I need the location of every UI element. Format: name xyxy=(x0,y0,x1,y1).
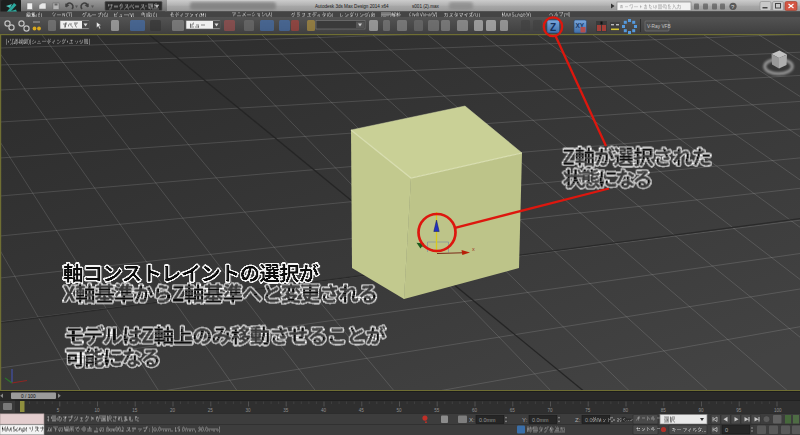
svg-text:x: x xyxy=(472,246,475,252)
svg-text:35: 35 xyxy=(283,408,289,413)
svg-text:s001 (2).max: s001 (2).max xyxy=(412,4,440,9)
svg-text:90: 90 xyxy=(699,408,705,413)
svg-text:30: 30 xyxy=(246,408,252,413)
svg-text:Z:: Z: xyxy=(575,417,581,423)
svg-text:45: 45 xyxy=(359,408,365,413)
svg-text:25: 25 xyxy=(208,408,214,413)
svg-text:95: 95 xyxy=(736,408,742,413)
svg-text:80: 80 xyxy=(623,408,629,413)
svg-text:5: 5 xyxy=(57,408,60,413)
svg-text:60: 60 xyxy=(472,408,478,413)
svg-text:X:: X: xyxy=(469,417,475,423)
svg-text:0.0mm: 0.0mm xyxy=(532,417,549,423)
svg-text:V-Ray VFB: V-Ray VFB xyxy=(647,24,671,29)
svg-text:55: 55 xyxy=(434,408,440,413)
svg-text:50: 50 xyxy=(397,408,403,413)
svg-text:15: 15 xyxy=(132,408,138,413)
svg-text:10: 10 xyxy=(95,408,101,413)
svg-text:Z: Z xyxy=(550,22,556,33)
svg-text:0: 0 xyxy=(725,427,728,433)
svg-text:0 / 100: 0 / 100 xyxy=(21,394,36,399)
svg-text:85: 85 xyxy=(661,408,667,413)
svg-text:20: 20 xyxy=(170,408,176,413)
svg-text:0.0mm: 0.0mm xyxy=(479,417,496,423)
svg-text:65: 65 xyxy=(510,408,516,413)
svg-text:75: 75 xyxy=(585,408,591,413)
svg-text:100: 100 xyxy=(774,408,782,413)
svg-text:Autodesk 3ds Max Design 2014 x: Autodesk 3ds Max Design 2014 x64 xyxy=(315,4,389,9)
svg-text:Y:: Y: xyxy=(522,417,528,423)
svg-text:40: 40 xyxy=(321,408,327,413)
svg-text:70: 70 xyxy=(548,408,554,413)
